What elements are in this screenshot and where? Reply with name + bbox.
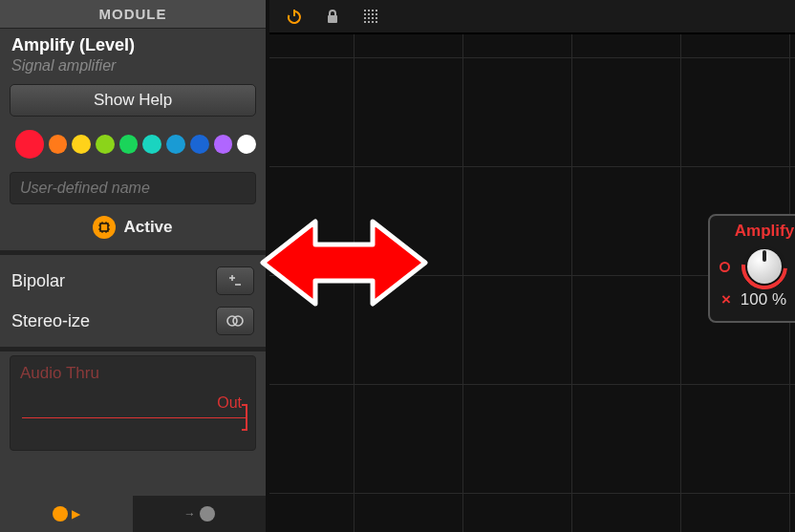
- param-bipolar-row: Bipolar: [0, 255, 266, 307]
- param-bipolar-label: Bipolar: [11, 271, 65, 291]
- param-stereoize-label: Stereo-ize: [11, 311, 90, 331]
- svg-rect-29: [376, 17, 377, 19]
- color-swatch-5[interactable]: [142, 135, 161, 154]
- close-node-icon[interactable]: ×: [721, 290, 731, 309]
- module-panel: MODULE Amplify (Level) Signal amplifier …: [0, 0, 269, 532]
- power-icon[interactable]: [285, 7, 304, 26]
- svg-rect-25: [376, 13, 377, 15]
- color-swatch-9[interactable]: [237, 135, 256, 154]
- plus-minus-icon: [227, 273, 243, 288]
- bipolar-toggle-button[interactable]: [216, 266, 254, 295]
- svg-rect-24: [372, 13, 374, 15]
- color-swatch-2[interactable]: [72, 135, 91, 154]
- level-knob[interactable]: [747, 249, 782, 284]
- user-name-input[interactable]: [10, 172, 256, 204]
- svg-rect-27: [368, 17, 370, 19]
- svg-rect-17: [328, 15, 337, 23]
- knob-indicator: [763, 250, 766, 262]
- svg-point-14: [233, 316, 243, 326]
- show-help-button[interactable]: Show Help: [10, 84, 256, 117]
- stereo-icon: [225, 314, 246, 328]
- node-title: Amplify: [716, 222, 795, 241]
- svg-rect-23: [368, 13, 370, 15]
- module-subtitle: Signal amplifier: [11, 57, 254, 74]
- out-bracket: [242, 404, 247, 431]
- svg-rect-19: [368, 10, 370, 11]
- color-swatch-1[interactable]: [49, 135, 68, 154]
- canvas-toolbar: [269, 0, 795, 34]
- knob-arc: [732, 234, 795, 299]
- panel-bottom-tabs: ▶ →: [0, 496, 266, 532]
- svg-rect-31: [368, 21, 370, 23]
- tab-knob-out[interactable]: ▶: [0, 496, 133, 532]
- tab-arrow-knob[interactable]: →: [133, 496, 266, 532]
- out-label: Out: [217, 394, 242, 412]
- node-value: 100 %: [741, 290, 786, 309]
- grid-icon[interactable]: [361, 7, 380, 26]
- module-info: Amplify (Level) Signal amplifier: [0, 29, 266, 84]
- active-toggle[interactable]: Active: [0, 212, 266, 250]
- svg-rect-22: [364, 13, 366, 15]
- svg-rect-28: [372, 17, 374, 19]
- color-swatch-4[interactable]: [119, 135, 139, 154]
- input-port[interactable]: [720, 262, 730, 272]
- arrow-right-icon: →: [184, 507, 196, 521]
- panel-header: MODULE: [0, 0, 266, 29]
- active-label: Active: [123, 218, 172, 237]
- svg-rect-0: [100, 223, 108, 231]
- color-swatch-6[interactable]: [166, 135, 185, 154]
- color-swatch-7[interactable]: [190, 135, 209, 154]
- svg-rect-30: [364, 21, 366, 23]
- svg-rect-21: [376, 10, 377, 11]
- color-swatch-8[interactable]: [214, 135, 233, 154]
- canvas-area[interactable]: Amplify × 100 %: [269, 0, 795, 532]
- svg-rect-26: [364, 17, 366, 19]
- param-stereoize-row: Stereo-ize: [0, 307, 266, 347]
- stereoize-toggle-button[interactable]: [216, 307, 254, 335]
- amplify-node[interactable]: Amplify × 100 %: [708, 214, 795, 323]
- out-line: [22, 417, 246, 418]
- color-swatch-3[interactable]: [96, 135, 115, 154]
- color-swatch-0[interactable]: [15, 130, 44, 159]
- audio-thru-label: Audio Thru: [20, 364, 246, 383]
- audio-thru-block[interactable]: Audio Thru Out: [10, 355, 256, 451]
- node-knob-area: [716, 243, 795, 290]
- module-title: Amplify (Level): [11, 35, 254, 55]
- chip-icon: [93, 216, 116, 239]
- divider: [0, 347, 266, 351]
- color-swatch-row: [0, 126, 266, 172]
- knob-icon: [53, 506, 68, 521]
- svg-rect-20: [372, 10, 374, 11]
- svg-rect-18: [364, 10, 366, 11]
- knob-icon: [200, 506, 215, 521]
- arrow-right-icon: ▶: [72, 507, 80, 521]
- svg-rect-33: [376, 21, 377, 23]
- lock-icon[interactable]: [323, 7, 342, 26]
- svg-rect-32: [372, 21, 374, 23]
